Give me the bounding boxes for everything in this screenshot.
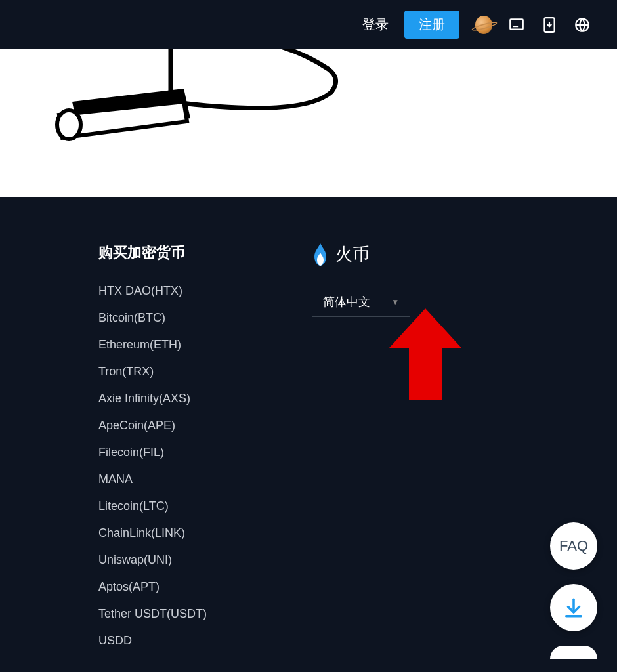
crypto-link[interactable]: Filecoin(FIL): [98, 444, 207, 461]
svg-point-4: [57, 110, 81, 139]
message-square-icon[interactable]: [508, 16, 525, 33]
language-selector[interactable]: 简体中文 ▼: [312, 287, 410, 317]
top-header: 登录 注册: [0, 0, 617, 49]
crypto-link[interactable]: HTX DAO(HTX): [98, 282, 207, 300]
crypto-link[interactable]: Aptos(APT): [98, 578, 207, 596]
footer-column-brand: 火币 简体中文 ▼: [312, 243, 410, 659]
crypto-link[interactable]: Tether USDT(USDT): [98, 605, 207, 623]
hero-illustration: [53, 49, 354, 174]
crypto-link[interactable]: USDD: [98, 632, 207, 650]
download-button[interactable]: [550, 584, 597, 631]
crypto-link[interactable]: ChainLink(LINK): [98, 524, 207, 542]
floating-buttons: FAQ: [550, 522, 597, 659]
planet-icon[interactable]: [475, 16, 492, 33]
crypto-link[interactable]: ApeCoin(APE): [98, 417, 207, 434]
svg-rect-0: [510, 19, 523, 29]
brand-name: 火币: [335, 243, 370, 266]
crypto-link[interactable]: Axie Infinity(AXS): [98, 390, 207, 408]
faq-label: FAQ: [559, 537, 588, 555]
footer-heading-crypto: 购买加密货币: [98, 243, 207, 262]
globe-icon[interactable]: [574, 16, 591, 33]
login-link[interactable]: 登录: [362, 16, 389, 33]
hero-section: [0, 49, 617, 197]
download-app-icon[interactable]: [541, 16, 558, 33]
crypto-link[interactable]: Tron(TRX): [98, 363, 207, 381]
faq-button[interactable]: FAQ: [550, 522, 597, 570]
brand-row: 火币: [312, 243, 410, 266]
caret-down-icon: ▼: [391, 297, 399, 306]
language-selected-label: 简体中文: [323, 294, 370, 310]
partial-fab[interactable]: [550, 646, 597, 659]
crypto-link-list: HTX DAO(HTX) Bitcoin(BTC) Ethereum(ETH) …: [98, 282, 207, 650]
crypto-link[interactable]: Uniswap(UNI): [98, 551, 207, 569]
crypto-link[interactable]: Bitcoin(BTC): [98, 309, 207, 327]
crypto-link[interactable]: Litecoin(LTC): [98, 497, 207, 515]
flame-logo-icon: [312, 243, 329, 266]
footer: 购买加密货币 HTX DAO(HTX) Bitcoin(BTC) Ethereu…: [0, 197, 617, 672]
crypto-link[interactable]: MANA: [98, 471, 207, 488]
download-icon: [563, 597, 585, 619]
crypto-link[interactable]: Ethereum(ETH): [98, 336, 207, 354]
register-button[interactable]: 注册: [404, 10, 459, 39]
footer-column-crypto: 购买加密货币 HTX DAO(HTX) Bitcoin(BTC) Ethereu…: [98, 243, 207, 659]
